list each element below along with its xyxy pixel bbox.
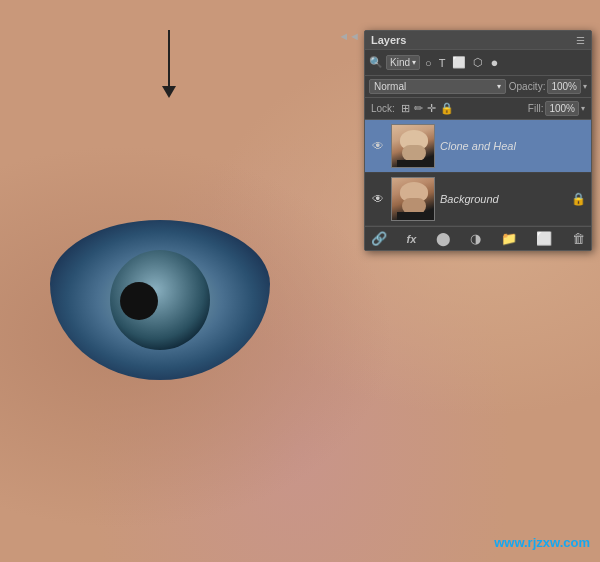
panel-menu-icon[interactable]: ☰ [576,35,585,46]
layer-filter-type-icon[interactable]: T [437,56,448,70]
fill-label: Fill: [528,103,544,114]
layer-visibility-toggle[interactable]: 👁 [370,139,386,153]
panel-collapse-icon[interactable]: ◄◄ [338,30,360,42]
layer-visibility-toggle[interactable]: 👁 [370,192,386,206]
panel-bottom-bar: 🔗 fx ⬤ ◑ 📁 ⬜ 🗑 [365,226,591,250]
layer-thumbnail [391,177,435,221]
layers-list: 👁 Clone and Heal 👁 Background [365,120,591,226]
lock-bar: Lock: ⊞ ✏ ✛ 🔒 Fill: 100% ▾ [365,98,591,120]
eye-pupil [120,282,158,320]
layer-item[interactable]: 👁 Clone and Heal [365,120,591,173]
kind-chevron-icon: ▾ [412,58,416,67]
new-group-icon[interactable]: 📁 [501,231,517,246]
layer-thumbnail [391,124,435,168]
lock-label: Lock: [371,103,395,114]
layers-panel: Layers ☰ 🔍 Kind ▾ ○ T ⬜ ⬡ ● Normal ▾ Opa… [364,30,592,251]
layer-lock-icon: 🔒 [571,192,586,206]
layer-filter-adjust-icon[interactable]: ⬡ [471,55,485,70]
new-layer-icon[interactable]: ⬜ [536,231,552,246]
blend-opacity-bar: Normal ▾ Opacity: 100% ▾ [365,76,591,98]
blend-mode-value: Normal [374,81,406,92]
layer-filter-shape-icon[interactable]: ⬜ [450,55,468,70]
layer-thumb-image [392,178,434,220]
eye-iris [110,250,210,350]
panel-title: Layers [371,34,406,46]
lock-checkerboard-icon[interactable]: ⊞ [401,102,410,115]
blend-mode-chevron-icon: ▾ [497,82,501,91]
add-mask-icon[interactable]: ⬤ [436,231,451,246]
layer-item[interactable]: 👁 Background 🔒 [365,173,591,226]
layer-thumb-image [392,125,434,167]
search-icon: 🔍 [369,56,383,69]
watermark: www.rjzxw.com [494,535,590,550]
panel-search-bar: 🔍 Kind ▾ ○ T ⬜ ⬡ ● [365,50,591,76]
opacity-value[interactable]: 100% [547,79,581,94]
panel-title-controls: ☰ [576,35,585,46]
opacity-label: Opacity: [509,81,546,92]
layer-filter-pixel-icon[interactable]: ○ [423,56,434,70]
layer-filter-smart-icon[interactable]: ● [488,54,500,71]
blemish-arrow [168,30,170,90]
layer-name: Background [440,193,566,205]
panel-titlebar: Layers ☰ [365,31,591,50]
lock-move-icon[interactable]: ✛ [427,102,436,115]
fill-chevron-icon[interactable]: ▾ [581,104,585,113]
layer-name: Clone and Heal [440,140,586,152]
lock-all-icon[interactable]: 🔒 [440,102,454,115]
adjustment-layer-icon[interactable]: ◑ [470,231,481,246]
opacity-group: Opacity: 100% ▾ [509,79,587,94]
opacity-chevron-icon[interactable]: ▾ [583,82,587,91]
link-layers-icon[interactable]: 🔗 [371,231,387,246]
layer-effects-icon[interactable]: fx [407,233,417,245]
lock-paint-icon[interactable]: ✏ [414,102,423,115]
kind-label: Kind [390,57,410,68]
kind-dropdown[interactable]: Kind ▾ [386,55,420,70]
fill-group: Fill: 100% ▾ [528,101,585,116]
fill-value[interactable]: 100% [545,101,579,116]
delete-layer-icon[interactable]: 🗑 [572,231,585,246]
blend-mode-dropdown[interactable]: Normal ▾ [369,79,506,94]
